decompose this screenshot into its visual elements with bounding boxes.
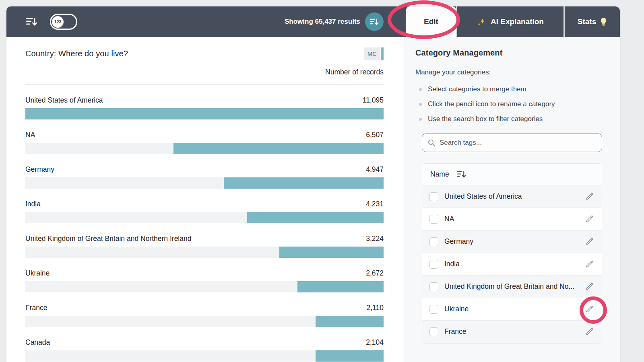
category-label: United States of America	[25, 96, 103, 105]
category-row[interactable]: India	[422, 253, 602, 276]
toggle-knob: 123	[52, 16, 64, 28]
category-checkbox[interactable]	[429, 327, 438, 336]
category-name: France	[444, 327, 584, 336]
instruction-bullet: Select categories to merge them	[415, 85, 602, 93]
instruction-bullet: Use the search box to filter categories	[415, 115, 602, 123]
chart-row: India4,231	[25, 200, 384, 223]
category-label: India	[25, 200, 41, 208]
tab-stats[interactable]: Stats	[565, 6, 620, 37]
lightbulb-icon	[600, 17, 607, 26]
bullet-dot	[419, 103, 422, 106]
category-row[interactable]: NA	[422, 208, 602, 230]
category-name: NA	[444, 215, 584, 223]
bar-fill	[279, 247, 384, 258]
chart-section: Country: Where do you live? MC Number of…	[6, 37, 405, 362]
topbar: 123 Showing 65,437 results Edit	[6, 6, 620, 37]
rename-pencil-button[interactable]	[584, 236, 595, 247]
bar-fill	[297, 281, 384, 292]
value-label: 11,095	[363, 96, 384, 105]
pencil-icon	[585, 305, 594, 313]
category-list: Name United States of AmericaNAGermanyIn…	[422, 163, 602, 343]
bar-fill	[247, 212, 384, 223]
chart-row: France2,110	[25, 304, 384, 327]
rename-pencil-button[interactable]	[584, 326, 595, 337]
value-label: 2,672	[366, 269, 384, 278]
rename-pencil-button[interactable]	[584, 213, 595, 225]
rename-pencil-button[interactable]	[584, 303, 595, 315]
pencil-icon	[585, 282, 594, 291]
category-name: United States of America	[444, 192, 584, 201]
category-checkbox[interactable]	[429, 192, 438, 201]
tab-bar: Edit AI Explanation Stats	[406, 6, 620, 37]
category-label: NA	[25, 131, 35, 139]
tab-edit[interactable]: Edit	[406, 6, 456, 37]
category-label: Canada	[25, 338, 50, 347]
category-label: France	[25, 304, 47, 312]
bar-track[interactable]	[25, 247, 384, 258]
bar-track[interactable]	[25, 108, 384, 119]
category-row[interactable]: United Kingdom of Great Britain and No..…	[422, 276, 602, 298]
category-row[interactable]: United States of America	[422, 185, 602, 208]
bar-track[interactable]	[25, 350, 384, 362]
category-label: Germany	[25, 165, 54, 174]
chart-row: Canada2,104	[25, 338, 384, 362]
category-row[interactable]: Germany	[422, 230, 602, 253]
tab-stats-label: Stats	[578, 17, 596, 26]
search-box	[422, 134, 602, 152]
value-label: 2,104	[366, 338, 384, 347]
bar-track[interactable]	[25, 177, 384, 189]
rename-pencil-button[interactable]	[584, 191, 595, 202]
bar-fill	[224, 177, 384, 189]
category-label: United Kingdom of Great Britain and Nort…	[25, 234, 191, 243]
search-input[interactable]	[440, 139, 597, 147]
category-name: Ukraine	[444, 305, 584, 313]
pencil-icon	[585, 192, 594, 201]
tab-ai-label: AI Explanation	[491, 17, 544, 26]
tab-edit-label: Edit	[424, 17, 438, 26]
tab-ai-explanation[interactable]: AI Explanation	[457, 6, 564, 37]
instruction-bullet: Click the pencil icon to rename a catego…	[415, 100, 602, 108]
chart-row: United Kingdom of Great Britain and Nort…	[25, 234, 384, 258]
category-label: Ukraine	[25, 269, 50, 278]
results-count: Showing 65,437 results	[285, 18, 360, 26]
badge-text: MC	[364, 47, 380, 60]
app-card: 123 Showing 65,437 results Edit	[6, 6, 620, 362]
rename-pencil-button[interactable]	[584, 258, 595, 270]
category-list-header: Name	[422, 164, 602, 185]
bar-fill	[316, 350, 384, 362]
category-checkbox[interactable]	[429, 237, 438, 246]
bullet-text: Select categories to merge them	[428, 85, 526, 93]
numeric-display-toggle[interactable]: 123	[50, 14, 77, 30]
pencil-icon	[585, 260, 594, 268]
bar-track[interactable]	[25, 212, 384, 223]
question-type-badge: MC	[364, 47, 384, 60]
rename-pencil-button[interactable]	[584, 281, 595, 292]
sort-descending-icon[interactable]	[26, 16, 38, 27]
bar-fill	[173, 143, 384, 154]
bar-track[interactable]	[25, 281, 384, 292]
category-management-panel: Category Management Manage your categori…	[405, 37, 620, 362]
value-label: 3,224	[366, 234, 384, 243]
bullet-dot	[419, 118, 422, 121]
toggle-label: 123	[54, 19, 61, 24]
bar-track[interactable]	[25, 316, 384, 327]
category-checkbox[interactable]	[429, 282, 438, 291]
sort-results-button[interactable]	[365, 12, 384, 31]
category-checkbox[interactable]	[429, 260, 438, 269]
sparkles-icon	[477, 17, 487, 27]
value-label: 6,507	[366, 131, 384, 139]
category-row[interactable]: France	[422, 321, 602, 343]
category-row[interactable]: Ukraine	[422, 298, 602, 321]
chart-row: Ukraine2,672	[25, 269, 384, 292]
category-checkbox[interactable]	[429, 215, 438, 224]
bar-fill	[316, 316, 384, 327]
bar-track[interactable]	[25, 143, 384, 154]
category-checkbox[interactable]	[429, 305, 438, 314]
sort-descending-icon[interactable]	[456, 170, 466, 179]
bullet-dot	[419, 88, 422, 91]
category-name: Germany	[444, 237, 584, 246]
bullet-text: Click the pencil icon to rename a catego…	[428, 100, 555, 108]
value-label: 4,231	[366, 200, 384, 208]
chart-row: Germany4,947	[25, 165, 384, 189]
divider	[25, 84, 384, 85]
